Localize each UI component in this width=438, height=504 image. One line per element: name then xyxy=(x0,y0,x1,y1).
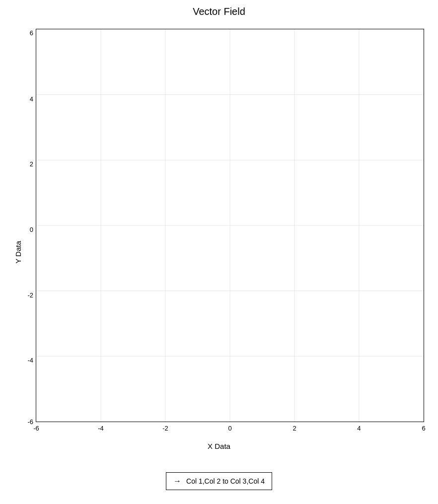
y-tick-n6: -6 xyxy=(18,418,33,426)
legend: → Col 1,Col 2 to Col 3,Col 4 xyxy=(166,472,272,490)
x-tick-n6: -6 xyxy=(33,425,39,432)
x-tick-4: 4 xyxy=(357,425,361,432)
chart-grid xyxy=(36,29,424,422)
legend-label: Col 1,Col 2 to Col 3,Col 4 xyxy=(186,477,265,485)
y-tick-4: 4 xyxy=(18,95,33,102)
y-axis-label: Y Data xyxy=(14,241,22,264)
y-tick-n2: -2 xyxy=(18,291,33,298)
x-tick-2: 2 xyxy=(292,425,296,432)
y-tick-2: 2 xyxy=(18,160,33,168)
chart-area: 6 4 2 0 -2 -4 -6 -6 -4 -2 0 2 4 6 xyxy=(36,29,424,422)
x-tick-0: 0 xyxy=(228,425,231,432)
chart-title: Vector Field xyxy=(0,6,438,17)
legend-arrow-icon: → xyxy=(173,477,181,486)
y-tick-0: 0 xyxy=(18,226,33,233)
x-tick-n2: -2 xyxy=(162,425,168,432)
y-tick-n4: -4 xyxy=(18,357,33,364)
x-axis-label: X Data xyxy=(0,442,438,450)
chart-container: Vector Field Y Data 6 4 2 0 -2 -4 -6 xyxy=(0,0,438,504)
x-tick-6: 6 xyxy=(422,425,425,432)
x-tick-n4: -4 xyxy=(98,425,104,432)
